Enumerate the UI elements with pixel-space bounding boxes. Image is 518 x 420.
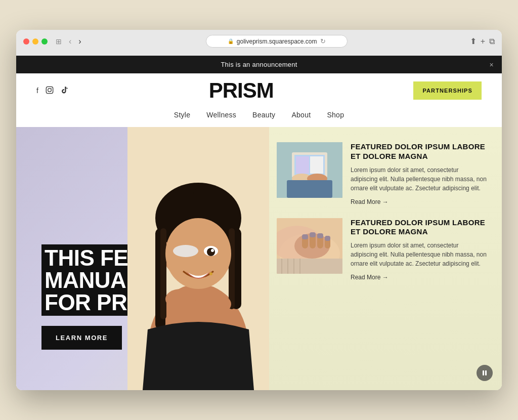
browser-titlebar: ⊞ ‹ › 🔒 goliveprism.squarespace.com ↻ ⬆ …: [23, 35, 495, 48]
learn-more-button[interactable]: LEARN MORE: [41, 326, 122, 350]
nav-item-shop[interactable]: Shop: [327, 111, 344, 119]
site-logo[interactable]: PRISM: [209, 78, 274, 103]
svg-rect-46: [485, 370, 487, 375]
browser-window: ⊞ ‹ › 🔒 goliveprism.squarespace.com ↻ ⬆ …: [16, 30, 502, 390]
back-button[interactable]: ‹: [67, 36, 73, 47]
refresh-icon[interactable]: ↻: [320, 37, 326, 45]
site-navigation: Style Wellness Beauty About Shop: [16, 108, 502, 127]
article-thumbnail-1: [277, 142, 342, 198]
minimize-button[interactable]: [32, 38, 38, 45]
pause-button[interactable]: [477, 365, 493, 381]
article-card-2: FEATURED DOLOR IPSUM LABORE ET DOLORE MA…: [277, 218, 487, 282]
svg-point-13: [173, 245, 198, 257]
tab-bar: [23, 52, 495, 56]
instagram-icon[interactable]: [46, 86, 54, 96]
announcement-text: This is an announcement: [221, 61, 297, 68]
nav-item-wellness[interactable]: Wellness: [206, 111, 236, 119]
nav-item-about[interactable]: About: [291, 111, 311, 119]
article-title-2: FEATURED DOLOR IPSUM LABORE ET DOLORE MA…: [351, 218, 487, 237]
svg-rect-36: [302, 234, 308, 239]
read-more-2[interactable]: Read More: [351, 274, 388, 281]
svg-rect-10: [229, 228, 235, 309]
tiktok-icon[interactable]: [61, 86, 69, 96]
windows-icon[interactable]: ⧉: [489, 37, 495, 46]
hero-image: [127, 127, 269, 390]
svg-point-18: [201, 294, 231, 314]
svg-point-2: [51, 88, 52, 88]
svg-rect-27: [287, 180, 332, 198]
browser-actions: ⬆ + ⧉: [470, 36, 495, 46]
svg-point-16: [211, 249, 214, 252]
thumbnail-1-image: [277, 142, 342, 198]
svg-point-19: [209, 272, 212, 275]
svg-rect-24: [310, 156, 323, 174]
article-content-2: FEATURED DOLOR IPSUM LABORE ET DOLORE MA…: [351, 218, 487, 282]
svg-point-17: [165, 289, 196, 309]
svg-rect-0: [46, 87, 53, 93]
svg-point-15: [207, 248, 215, 256]
address-bar-row: 🔒 goliveprism.squarespace.com ↻: [90, 35, 464, 48]
close-button[interactable]: [23, 38, 29, 45]
nav-item-style[interactable]: Style: [174, 111, 191, 119]
url-text: goliveprism.squarespace.com: [237, 38, 317, 45]
share-icon[interactable]: ⬆: [470, 36, 477, 46]
article-thumbnail-2: [277, 218, 342, 274]
article-card-1: FEATURED DOLOR IPSUM LABORE ET DOLORE MA…: [277, 142, 487, 206]
article-content-1: FEATURED DOLOR IPSUM LABORE ET DOLORE MA…: [351, 142, 487, 206]
browser-chrome: ⊞ ‹ › 🔒 goliveprism.squarespace.com ↻ ⬆ …: [16, 30, 502, 56]
article-excerpt-2: Lorem ipsum dolor sit amet, consectetur …: [351, 241, 487, 268]
announcement-bar: This is an announcement ×: [16, 56, 502, 73]
nav-item-beauty[interactable]: Beauty: [252, 111, 275, 119]
svg-rect-38: [317, 233, 323, 238]
browser-controls: ⊞ ‹ ›: [54, 36, 83, 47]
read-more-1[interactable]: Read More: [351, 198, 388, 205]
svg-rect-9: [160, 228, 166, 319]
article-excerpt-1: Lorem ipsum dolor sit amet, consectetur …: [351, 165, 487, 193]
site-header: f PRISM PARTNERSHIPS: [16, 73, 502, 108]
window-layout-icon[interactable]: ⊞: [54, 36, 64, 47]
maximize-button[interactable]: [41, 38, 48, 45]
hero-person-illustration: [127, 127, 269, 390]
article-title-1: FEATURED DOLOR IPSUM LABORE ET DOLORE MA…: [351, 142, 487, 161]
new-tab-icon[interactable]: +: [481, 37, 485, 46]
svg-rect-23: [296, 156, 309, 174]
social-icons: f: [36, 86, 69, 96]
svg-rect-40: [277, 259, 342, 274]
hero-section: THIS FEATURE IS MANUALLY SET FOR PROMOTI…: [16, 127, 502, 390]
announcement-close-button[interactable]: ×: [490, 61, 494, 69]
partnerships-button[interactable]: PARTNERSHIPS: [413, 81, 482, 100]
thumbnail-2-image: [277, 218, 342, 274]
featured-section: FEATURED DOLOR IPSUM LABORE ET DOLORE MA…: [267, 127, 502, 390]
pause-icon: [482, 370, 488, 376]
address-bar[interactable]: 🔒 goliveprism.squarespace.com ↻: [206, 35, 348, 48]
svg-rect-39: [325, 236, 330, 241]
facebook-icon[interactable]: f: [36, 87, 38, 95]
svg-point-1: [48, 88, 52, 92]
site-content: This is an announcement × f: [16, 56, 502, 390]
svg-rect-45: [483, 370, 484, 375]
forward-button[interactable]: ›: [76, 36, 83, 47]
traffic-lights: [23, 38, 48, 45]
lock-icon: 🔒: [228, 38, 234, 44]
svg-rect-37: [310, 232, 316, 237]
